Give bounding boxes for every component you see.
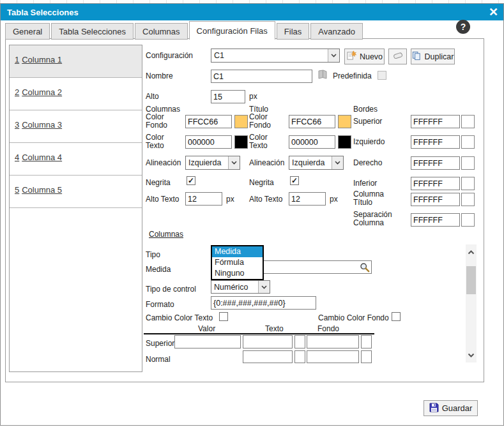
tipo-de-control-value: Numérico	[211, 281, 258, 293]
titulo-color-fondo-swatch[interactable]	[338, 115, 351, 128]
titulo-negrita-label: Negrita	[249, 179, 274, 187]
new-page-icon	[346, 50, 356, 63]
borde-columna-titulo-input[interactable]	[411, 193, 460, 206]
tab-tabla-selecciones[interactable]: Tabla Selecciones	[51, 23, 134, 40]
borde-separacion-columna-input[interactable]	[411, 213, 460, 227]
columnas-color-texto-label: Color Texto	[146, 133, 179, 150]
list-item-label: Columna 2	[22, 87, 62, 97]
tipo-de-control-select[interactable]: Numérico	[211, 280, 270, 294]
normal-texto-input[interactable]	[243, 350, 293, 363]
scroll-up-icon[interactable]	[466, 247, 477, 257]
tipo-option-formula[interactable]: Fórmula	[212, 257, 263, 268]
list-item-number: 5	[15, 185, 19, 195]
borde-derecho-input[interactable]	[411, 156, 460, 170]
borde-superior-swatch[interactable]	[461, 115, 475, 128]
guardar-button-label: Guardar	[442, 403, 473, 413]
list-item-label: Columna 3	[22, 120, 62, 130]
tab-configuracion-filas[interactable]: Configuración Filas	[189, 21, 275, 40]
nuevo-button[interactable]: Nuevo	[344, 49, 385, 64]
borde-izquierdo-label: Izquierdo	[353, 138, 385, 146]
tab-avanzado[interactable]: Avanzado	[310, 23, 363, 40]
close-icon[interactable]: ✕	[489, 5, 498, 19]
configuracion-label: Configuración	[146, 52, 193, 60]
columnas-alineacion-select[interactable]: Izquierda	[185, 156, 240, 170]
normal-texto-color-box[interactable]	[294, 350, 305, 363]
borde-separacion-columna-swatch[interactable]	[461, 213, 475, 227]
nuevo-button-label: Nuevo	[360, 52, 383, 61]
list-item-columna-5[interactable]: 5Columna 5	[10, 176, 142, 208]
borde-derecho-swatch[interactable]	[461, 156, 475, 170]
titulo-color-texto-input[interactable]	[289, 135, 335, 149]
columnas-color-fondo-swatch[interactable]	[234, 115, 248, 128]
borde-derecho-label: Derecho	[353, 159, 382, 167]
tipo-option-medida[interactable]: Medida	[212, 246, 263, 257]
columnas-color-fondo-input[interactable]	[185, 115, 232, 128]
columnas-section-header: Columnas	[149, 230, 183, 239]
tipo-option-ninguno[interactable]: Ninguno	[212, 268, 263, 279]
borde-inferior-swatch[interactable]	[461, 177, 475, 190]
dialog-title: Tabla Selecciones	[1, 8, 79, 17]
borde-izquierdo-swatch[interactable]	[461, 135, 475, 149]
list-item-label: Columna 4	[22, 153, 62, 162]
value-row-normal-label: Normal	[146, 356, 171, 364]
columnas-alto-texto-input[interactable]	[185, 192, 222, 206]
superior-fondo-input[interactable]	[307, 335, 359, 348]
superior-texto-input[interactable]	[243, 335, 293, 348]
scroll-down-icon[interactable]	[466, 350, 477, 360]
cambio-color-fondo-checkbox[interactable]	[392, 312, 401, 321]
nombre-input[interactable]	[211, 70, 312, 83]
titulo-alto-texto-input[interactable]	[289, 192, 326, 206]
help-icon[interactable]: ?	[456, 20, 470, 34]
superior-valor-input[interactable]	[174, 335, 241, 348]
tab-columnas[interactable]: Columnas	[135, 23, 188, 40]
check-icon: ✓	[291, 177, 298, 184]
normal-fondo-input[interactable]	[307, 350, 359, 363]
cambio-color-texto-label: Cambio Color Texto	[146, 314, 213, 322]
superior-fondo-color-box[interactable]	[361, 335, 372, 348]
tab-filas[interactable]: Filas	[277, 23, 309, 40]
eraser-button[interactable]	[388, 49, 407, 64]
columnas-negrita-checkbox[interactable]: ✓	[187, 176, 195, 185]
list-item-columna-2[interactable]: 2Columna 2	[10, 78, 142, 110]
tab-general[interactable]: General	[5, 23, 50, 40]
guardar-button[interactable]: Guardar	[424, 400, 478, 416]
columnas-color-texto-input[interactable]	[185, 135, 232, 149]
normal-fondo-color-box[interactable]	[361, 350, 372, 363]
duplicar-button[interactable]: Duplicar	[411, 49, 455, 64]
borde-superior-input[interactable]	[411, 115, 460, 128]
alto-input[interactable]	[211, 90, 245, 103]
search-icon[interactable]	[360, 262, 371, 273]
titulo-alineacion-select[interactable]: Izquierda	[289, 156, 344, 170]
tipo-label: Tipo	[146, 251, 160, 259]
configuracion-select-value: C1	[211, 49, 328, 62]
configuracion-select[interactable]: C1	[211, 49, 340, 63]
alto-label: Alto	[146, 93, 159, 101]
borde-separacion-columna-label: Separación Columna	[353, 211, 399, 227]
value-table-divider	[144, 333, 374, 334]
predefinida-checkbox[interactable]	[378, 71, 386, 80]
titulo-color-texto-swatch[interactable]	[338, 135, 351, 149]
borde-columna-titulo-swatch[interactable]	[461, 193, 475, 206]
list-item-label: Columna 1	[22, 55, 62, 64]
columnas-alto-texto-unit: px	[226, 195, 234, 204]
value-table-header-valor: Valor	[198, 325, 215, 333]
titulo-alto-texto-label: Alto Texto	[249, 195, 282, 204]
borde-inferior-input[interactable]	[411, 177, 460, 190]
vertical-scrollbar[interactable]	[466, 244, 477, 363]
titulo-negrita-checkbox[interactable]: ✓	[290, 176, 299, 185]
list-item-columna-3[interactable]: 3Columna 3	[10, 110, 142, 143]
borde-izquierdo-input[interactable]	[411, 135, 460, 149]
formato-input[interactable]	[211, 296, 316, 310]
columnas-color-texto-swatch[interactable]	[234, 135, 248, 149]
chevron-down-icon	[258, 281, 270, 293]
nombre-label: Nombre	[146, 72, 173, 80]
scrollbar-thumb[interactable]	[466, 266, 476, 294]
titulo-alto-texto-unit: px	[330, 195, 338, 204]
list-item-columna-1[interactable]: 1Columna 1	[10, 45, 142, 78]
column-list: 1Columna 1 2Columna 2 3Columna 3 4Column…	[9, 45, 142, 372]
list-item-columna-4[interactable]: 4Columna 4	[10, 143, 142, 176]
value-row-superior-label: Superior	[146, 340, 174, 348]
titulo-color-fondo-input[interactable]	[289, 115, 335, 128]
cambio-color-texto-checkbox[interactable]	[219, 312, 228, 321]
superior-texto-color-box[interactable]	[294, 335, 305, 348]
